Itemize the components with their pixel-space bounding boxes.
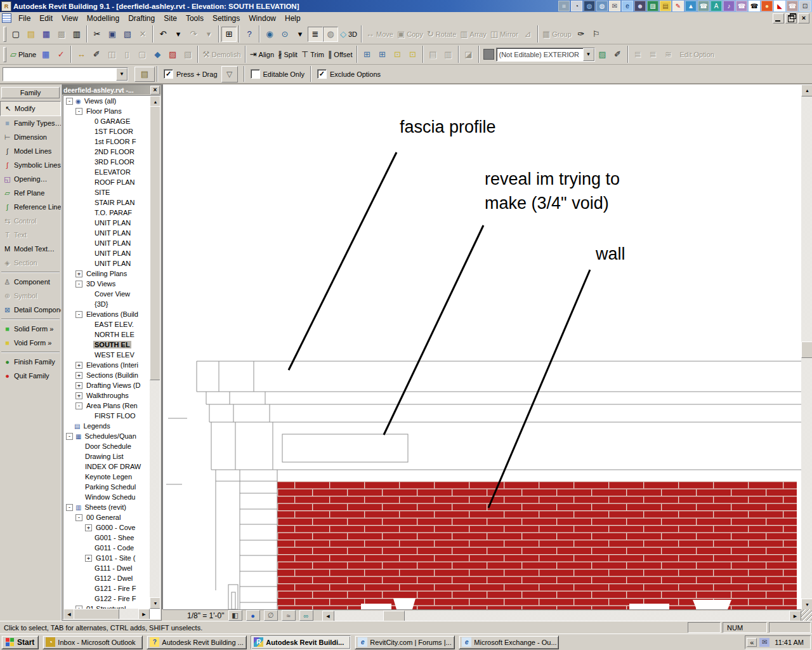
save-button[interactable]: ▦ bbox=[39, 27, 54, 42]
join-geometry-button[interactable]: ⊡ bbox=[405, 47, 421, 62]
tree-item[interactable]: Parking Schedul bbox=[63, 482, 150, 492]
unpin-button[interactable]: ⚐ bbox=[589, 27, 604, 42]
toolbar-grip[interactable] bbox=[3, 47, 6, 62]
family-finish[interactable]: ●Finish Family bbox=[0, 355, 61, 369]
new-button[interactable]: ▢ bbox=[8, 27, 23, 42]
edit-option-button[interactable]: Edit Option bbox=[676, 47, 716, 62]
taskbar-button[interactable]: ?Autodesk Revit Building ... bbox=[147, 635, 247, 649]
paint-button[interactable]: ◆ bbox=[150, 47, 165, 62]
tree-item[interactable]: 1ST FLOOR bbox=[63, 126, 150, 136]
tree-item[interactable]: EAST ELEV. bbox=[63, 319, 150, 329]
wall-join-2-button[interactable]: ⊞ bbox=[375, 47, 390, 62]
move-button[interactable]: ↔Move bbox=[364, 27, 395, 42]
globe-light-icon[interactable]: ◍ bbox=[596, 1, 608, 11]
wall-join-button[interactable]: ⊞ bbox=[360, 47, 375, 62]
tree-expander-icon[interactable]: - bbox=[75, 311, 82, 318]
filter-icon[interactable]: ▽ bbox=[221, 66, 238, 83]
work-plane-button[interactable]: ▱Plane bbox=[8, 47, 38, 62]
family-solid-form[interactable]: ■Solid Form » bbox=[0, 322, 61, 336]
print-button[interactable]: ▥ bbox=[69, 27, 84, 42]
texture-button[interactable]: ▨ bbox=[165, 47, 180, 62]
cut-button[interactable]: ✂ bbox=[89, 27, 105, 42]
tree-expander-icon[interactable]: - bbox=[75, 514, 82, 521]
canvas-hscroll-thumb[interactable] bbox=[383, 611, 405, 622]
music-icon[interactable]: ♪ bbox=[723, 1, 735, 11]
handset-icon[interactable]: ☎ bbox=[749, 1, 760, 11]
family-symbol[interactable]: ⊕Symbol bbox=[0, 289, 61, 303]
family-component[interactable]: ♙Component bbox=[0, 275, 61, 289]
tree-item[interactable]: UNIT PLAN bbox=[63, 248, 150, 258]
phone-q-icon[interactable]: ☎ bbox=[698, 1, 709, 11]
tree-item[interactable]: T.O. PARAF bbox=[63, 208, 150, 218]
tree-item[interactable]: WEST ELEV bbox=[63, 350, 150, 360]
family-text[interactable]: TText bbox=[0, 228, 61, 242]
tree-item[interactable]: +Walkthroughs bbox=[63, 390, 150, 401]
tree-expander-icon[interactable]: + bbox=[85, 524, 92, 531]
reveal-hidden-button[interactable]: ∞ bbox=[299, 610, 313, 621]
tree-item[interactable]: Window Schedu bbox=[63, 492, 150, 502]
family-opening[interactable]: ◱Opening… bbox=[0, 172, 61, 186]
canvas-vertical-scrollbar[interactable]: ▲ ▼ bbox=[801, 84, 812, 621]
grid-button[interactable]: ▦ bbox=[38, 47, 53, 62]
tree-expander-icon[interactable]: - bbox=[66, 504, 73, 511]
id-card-icon[interactable]: ☻ bbox=[634, 1, 646, 11]
tree-expander-icon[interactable]: + bbox=[75, 382, 82, 389]
tree-item[interactable]: 2ND FLOOR bbox=[63, 147, 150, 157]
menu-window[interactable]: Window bbox=[244, 13, 280, 24]
mail-icon[interactable]: ✉ bbox=[759, 638, 769, 647]
tree-item[interactable]: G111 - Dwel bbox=[63, 563, 150, 573]
canvas-vscroll-thumb[interactable] bbox=[801, 342, 812, 358]
project-browser-titlebar[interactable]: deerfield-ashley.rvt -... × bbox=[62, 85, 161, 95]
undo-dropdown[interactable]: ▾ bbox=[171, 27, 186, 42]
tree-item[interactable]: +Sections (Buildin bbox=[63, 370, 150, 380]
design-option-2-button[interactable]: ≣ bbox=[646, 47, 661, 62]
tree-item[interactable]: Drawing List bbox=[63, 451, 150, 461]
tree-item[interactable]: INDEX OF DRAW bbox=[63, 461, 150, 472]
tree-item[interactable]: SOUTH EL bbox=[63, 340, 150, 350]
view-scale[interactable]: 1/8" = 1'-0" bbox=[187, 611, 225, 620]
tree-item[interactable]: +Drafting Views (D bbox=[63, 380, 150, 390]
tree-item[interactable]: G001 - Shee bbox=[63, 533, 150, 543]
tree-expander-icon[interactable]: + bbox=[85, 555, 92, 562]
tree-item[interactable]: UNIT PLAN bbox=[63, 258, 150, 269]
spelling-button[interactable]: ✓ bbox=[53, 47, 69, 62]
tree-item[interactable]: G122 - Fire F bbox=[63, 594, 150, 604]
clock-icon[interactable]: ◔ bbox=[571, 1, 582, 11]
family-tab[interactable]: Family bbox=[1, 87, 60, 98]
pin-button[interactable]: ✑ bbox=[573, 27, 589, 42]
offset-button[interactable]: ∥Offset bbox=[326, 47, 355, 62]
fire-icon[interactable]: ● bbox=[761, 1, 773, 11]
family-section[interactable]: ◈Section bbox=[0, 256, 61, 270]
toolbar-grip[interactable] bbox=[3, 27, 6, 42]
tree-item[interactable]: G011 - Code bbox=[63, 543, 150, 553]
tree-item[interactable]: 3RD FLOOR bbox=[63, 157, 150, 167]
close-icon[interactable]: × bbox=[150, 86, 160, 95]
open-button[interactable]: ▤ bbox=[23, 27, 39, 42]
folder-icon[interactable]: ▤ bbox=[660, 1, 671, 11]
tree-item[interactable]: ▤Legends bbox=[63, 421, 150, 431]
family-void-form[interactable]: ■Void Form » bbox=[0, 336, 61, 350]
taskbar-button[interactable]: RAutodesk Revit Buildi... bbox=[251, 635, 351, 649]
redo-dropdown[interactable]: ▾ bbox=[201, 27, 216, 42]
tree-item[interactable]: +G000 - Cove bbox=[63, 522, 150, 533]
menu-tools[interactable]: Tools bbox=[181, 13, 208, 24]
tree-item[interactable]: ELEVATOR bbox=[63, 167, 150, 177]
temporary-hide-button[interactable]: ≈ bbox=[282, 610, 296, 621]
render-scene-button[interactable]: ▨ bbox=[595, 47, 610, 62]
demolish-button[interactable]: ⚒Demolish bbox=[200, 47, 243, 62]
room-tag-button[interactable]: ▯ bbox=[119, 47, 134, 62]
workset-color-swatch[interactable] bbox=[483, 49, 494, 60]
tree-item[interactable]: -Elevations (Build bbox=[63, 309, 150, 319]
align-button[interactable]: ⇥Align bbox=[248, 47, 276, 62]
tree-item[interactable]: UNIT PLAN bbox=[63, 218, 150, 228]
close-button[interactable]: × bbox=[798, 13, 809, 23]
show-mass-button[interactable]: ◪ bbox=[461, 47, 476, 62]
acrobat-icon[interactable]: ◣ bbox=[774, 1, 785, 11]
detail-level-button[interactable]: ◧ bbox=[228, 610, 242, 621]
canvas-horizontal-scrollbar[interactable]: ◀ ▶ bbox=[322, 611, 801, 621]
paint-2-button[interactable]: ▥ bbox=[441, 47, 456, 62]
tree-item[interactable]: -▦Schedules/Quan bbox=[63, 431, 150, 441]
tree-item[interactable]: G121 - Fire F bbox=[63, 583, 150, 594]
paste-button[interactable]: ▧ bbox=[120, 27, 135, 42]
menu-help[interactable]: Help bbox=[280, 13, 305, 24]
